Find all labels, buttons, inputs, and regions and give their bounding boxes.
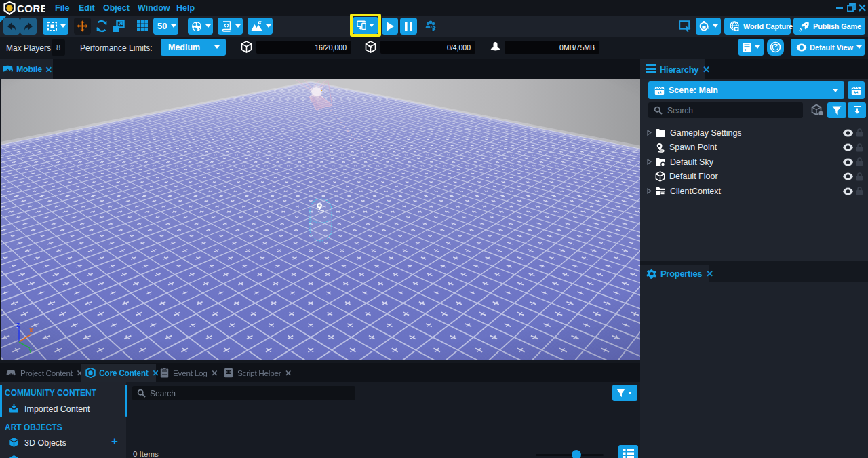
svg-text:X: X	[29, 327, 33, 334]
svg-text:CORE: CORE	[17, 3, 45, 14]
svg-text:Y: Y	[28, 347, 33, 354]
svg-text:Z: Z	[16, 322, 20, 328]
